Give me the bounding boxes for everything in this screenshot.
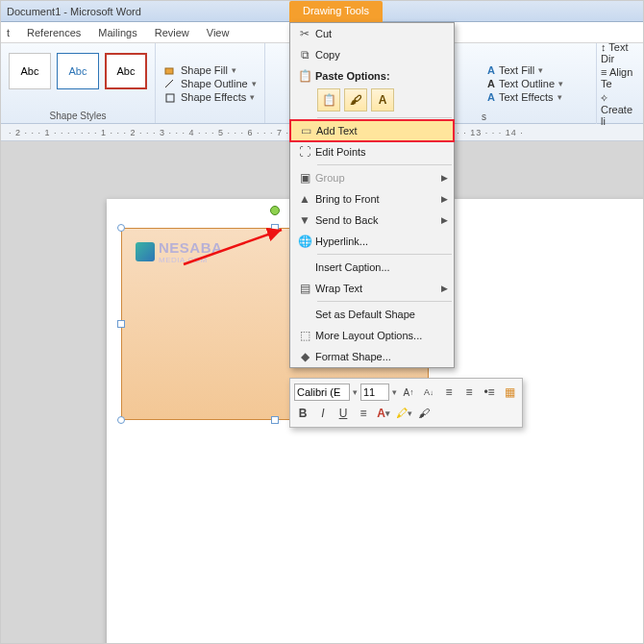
menu-cut[interactable]: ✂Cut: [290, 23, 454, 44]
chevron-down-icon: ▾: [558, 79, 563, 88]
resize-handle-tl[interactable]: [117, 224, 125, 232]
shape-fill-button[interactable]: Shape Fill ▾: [163, 64, 257, 76]
resize-handle-l[interactable]: [117, 320, 125, 328]
textbox-icon: ▭: [295, 124, 316, 137]
tab-review[interactable]: Review: [155, 27, 189, 38]
decrease-indent-button[interactable]: ≡: [440, 384, 458, 401]
style-swatch-3[interactable]: Abc: [105, 53, 147, 89]
shrink-font-button[interactable]: A↓: [420, 384, 437, 401]
text-fill-label: Text Fill: [499, 64, 534, 76]
menu-insert-caption[interactable]: Insert Caption...: [290, 257, 454, 278]
italic-button[interactable]: I: [314, 405, 332, 422]
chevron-down-icon: ▾: [232, 65, 236, 75]
watermark-text: NESABA: [159, 239, 222, 256]
wordart-label: s: [482, 111, 596, 122]
menu-paste-options-header: 📋Paste Options:: [290, 65, 454, 87]
chevron-down-icon: ▾: [250, 92, 255, 102]
wrap-text-icon: ▤: [294, 282, 315, 295]
watermark: NESABA MEDIA.COM: [136, 239, 222, 264]
group-icon: ▣: [294, 171, 315, 185]
submenu-arrow-icon: ▶: [441, 194, 448, 204]
shape-effects-label: Shape Effects: [181, 91, 246, 103]
style-swatch-1[interactable]: Abc: [9, 53, 51, 89]
menu-more-layout[interactable]: ⬚More Layout Options...: [290, 325, 454, 346]
format-painter-button[interactable]: 🖌: [415, 405, 433, 422]
text-outline-icon: A: [487, 78, 495, 89]
text-fill-button[interactable]: AText Fill ▾: [487, 64, 590, 76]
tab-references[interactable]: References: [27, 27, 81, 38]
font-size-selector[interactable]: [360, 384, 389, 401]
chevron-down-icon: ▾: [538, 65, 543, 75]
wordart-styles-group: AText Fill ▾ AText Outline ▾ AText Effec…: [482, 43, 597, 124]
shape-fill-label: Shape Fill: [181, 64, 228, 76]
text-fill-icon: A: [487, 64, 495, 76]
tab-mailings[interactable]: Mailings: [98, 27, 136, 38]
resize-handle-t[interactable]: [271, 224, 279, 232]
underline-button[interactable]: U: [334, 405, 352, 422]
menu-bring-to-front[interactable]: ▲Bring to Front▶: [290, 188, 454, 210]
submenu-arrow-icon: ▶: [441, 284, 448, 293]
bold-button[interactable]: B: [294, 405, 311, 422]
menu-add-text[interactable]: ▭Add Text: [290, 120, 454, 141]
text-effects-icon: A: [487, 91, 495, 103]
mini-toolbar: ▾ ▾ A↑ A↓ ≡ ≡ •≡ ▦ B I U ≡ A▾ 🖍▾ 🖌: [289, 378, 523, 428]
font-selector[interactable]: [294, 384, 350, 401]
shape-outline-button[interactable]: Shape Outline ▾: [163, 78, 257, 89]
shape-styles-label: Shape Styles: [1, 111, 155, 121]
align-center-button[interactable]: ≡: [355, 405, 372, 422]
rotate-handle[interactable]: [270, 206, 280, 215]
increase-indent-button[interactable]: ≡: [460, 384, 478, 401]
style-swatch-2[interactable]: Abc: [57, 53, 99, 89]
menu-group: ▣Group▶: [290, 167, 454, 188]
drawing-tools-tab[interactable]: Drawing Tools: [289, 1, 383, 22]
clipboard-icon: 📋: [294, 69, 315, 83]
menu-hyperlink[interactable]: 🌐Hyperlink...: [290, 231, 454, 252]
menu-copy[interactable]: ⧉Copy: [290, 44, 454, 65]
font-color-button[interactable]: A▾: [375, 405, 392, 422]
paste-option-1[interactable]: 📋: [317, 88, 340, 111]
menu-set-default-shape[interactable]: Set as Default Shape: [290, 304, 454, 325]
text-effects-label: Text Effects: [499, 91, 554, 103]
paste-option-2[interactable]: 🖌: [344, 88, 367, 111]
svg-line-1: [165, 80, 173, 87]
menu-separator: [317, 117, 452, 118]
paste-option-3[interactable]: A: [371, 88, 394, 111]
menu-send-to-back[interactable]: ▼Send to Back▶: [290, 210, 454, 231]
paste-brush-icon: 🖌: [350, 93, 361, 107]
shape-options: Shape Fill ▾ Shape Outline ▾ Shape Effec…: [156, 43, 265, 123]
tab-view[interactable]: View: [207, 27, 230, 38]
text-direction-icon: ↕: [601, 41, 607, 53]
send-back-icon: ▼: [294, 213, 315, 227]
grow-font-button[interactable]: A↑: [400, 384, 417, 401]
create-link-button[interactable]: ⟡ Create li: [601, 91, 639, 127]
align-text-button[interactable]: ≡ Align Te: [601, 66, 639, 89]
shape-effects-button[interactable]: Shape Effects ▾: [163, 91, 257, 103]
submenu-arrow-icon: ▶: [441, 173, 448, 183]
copy-icon: ⧉: [294, 48, 315, 62]
watermark-sub: MEDIA.COM: [159, 256, 222, 264]
text-direction-button[interactable]: ↕ Text Dir: [601, 41, 639, 64]
text-effects-button[interactable]: AText Effects ▾: [487, 91, 590, 103]
menu-separator: [317, 301, 452, 302]
edit-points-icon: ⛶: [294, 145, 315, 159]
menu-edit-points[interactable]: ⛶Edit Points: [290, 141, 454, 162]
scissors-icon: ✂: [294, 27, 315, 40]
styles-button[interactable]: ▦: [501, 384, 518, 401]
chevron-down-icon[interactable]: ▾: [392, 387, 397, 397]
text-group: ↕ Text Dir ≡ Align Te ⟡ Create li: [597, 43, 643, 124]
effects-icon: [163, 91, 177, 103]
chevron-down-icon[interactable]: ▾: [353, 387, 358, 397]
paste-text-icon: A: [379, 93, 387, 107]
bullets-button[interactable]: •≡: [481, 384, 498, 401]
tab-fragment[interactable]: t: [7, 27, 10, 38]
menu-format-shape[interactable]: ◆Format Shape...: [290, 346, 454, 367]
align-icon: ≡: [601, 66, 607, 78]
submenu-arrow-icon: ▶: [441, 215, 448, 225]
text-outline-button[interactable]: AText Outline ▾: [487, 78, 590, 89]
menu-wrap-text[interactable]: ▤Wrap Text▶: [290, 278, 454, 299]
highlight-button[interactable]: 🖍▾: [395, 405, 412, 422]
resize-handle-bl[interactable]: [117, 416, 125, 424]
text-outline-label: Text Outline: [499, 78, 555, 89]
resize-handle-b[interactable]: [271, 416, 279, 424]
window-title: Document1 - Microsoft Word: [7, 6, 141, 17]
